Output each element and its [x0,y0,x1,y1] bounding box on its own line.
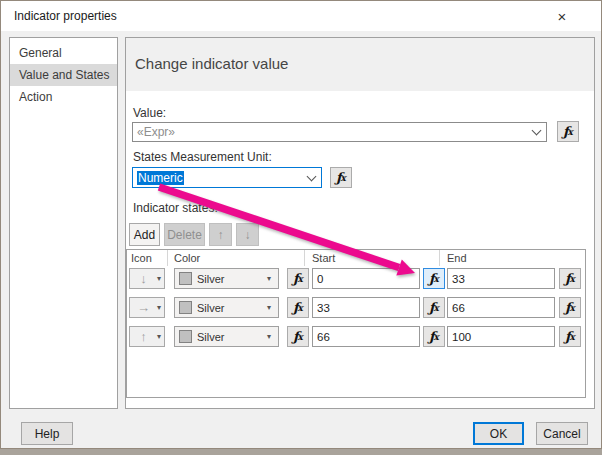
color-fx-button[interactable]: ƒx [287,297,309,318]
down-arrow-icon: ↓ [130,269,157,288]
icon-dropdown[interactable]: ↓ ▾ [129,268,165,289]
fx-icon-sub: x [570,303,575,313]
chevron-down-icon [307,171,317,181]
cancel-button[interactable]: Cancel [536,422,588,445]
indicator-state-row: ↓ ▾ Silver ▾ ƒx ƒx ƒx [127,268,585,289]
fx-icon-sub: x [570,274,575,284]
color-fx-button[interactable]: ƒx [287,268,309,289]
panel-header: Change indicator value [126,38,594,91]
header-separator [167,250,168,266]
start-value-input[interactable] [312,297,420,318]
value-fx-button[interactable]: ƒx [557,121,579,142]
fx-icon-sub: x [434,274,439,284]
end-value-input[interactable] [447,268,555,289]
end-fx-button[interactable]: ƒx [559,326,581,347]
chevron-down-icon: ▾ [267,274,271,283]
end-fx-button[interactable]: ƒx [559,297,581,318]
close-button[interactable]: × [547,3,577,29]
fx-icon-sub: x [341,173,346,183]
start-value-input[interactable] [312,326,420,347]
sidebar-item-action[interactable]: Action [10,86,117,108]
color-name: Silver [197,302,267,314]
color-swatch [179,301,192,314]
value-combobox[interactable]: «Expr» [132,122,547,142]
navigation-list: General Value and States Action [9,37,118,409]
unit-selected-text: Numeric [137,171,184,185]
color-swatch [179,330,192,343]
column-header-icon: Icon [131,252,152,264]
move-up-button[interactable]: ↑ [209,223,232,246]
unit-fx-button[interactable]: ƒx [330,167,352,188]
add-button[interactable]: Add [129,223,160,246]
ok-button[interactable]: OK [473,422,524,445]
fx-icon-sub: x [298,274,303,284]
down-arrow-icon: ↓ [245,228,251,242]
indicator-state-row: → ▾ Silver ▾ ƒx ƒx ƒx [127,297,585,318]
title-bar[interactable]: Indicator properties × [1,1,601,31]
column-header-end: End [447,252,467,264]
start-fx-button[interactable]: ƒx [423,268,445,289]
column-header-color: Color [174,252,200,264]
fx-icon-sub: x [434,332,439,342]
unit-label: States Measurement Unit: [133,150,272,164]
fx-icon-sub: x [298,332,303,342]
indicator-properties-dialog: Indicator properties × General Value and… [0,0,602,449]
chevron-down-icon: ▾ [267,332,271,341]
end-value-input[interactable] [447,297,555,318]
fx-icon-sub: x [434,303,439,313]
fx-icon-sub: x [570,332,575,342]
value-expression-text: «Expr» [137,125,533,139]
chevron-down-icon [532,126,542,136]
column-header-start: Start [312,252,335,264]
sidebar-item-general[interactable]: General [10,42,117,64]
indicator-states-table: Icon Color Start End ↓ ▾ Silver ▾ ƒx [126,249,586,398]
header-separator [304,250,305,266]
fx-icon-sub: x [568,127,573,137]
color-name: Silver [197,273,267,285]
help-button[interactable]: Help [21,422,73,445]
color-dropdown[interactable]: Silver ▾ [174,268,279,289]
header-separator [439,250,440,266]
unit-combobox[interactable]: Numeric [132,167,322,188]
color-dropdown[interactable]: Silver ▾ [174,326,279,347]
value-label: Value: [133,106,166,120]
end-fx-button[interactable]: ƒx [559,268,581,289]
indicator-state-row: ↑ ▾ Silver ▾ ƒx ƒx ƒx [127,326,585,347]
start-value-input[interactable] [312,268,420,289]
color-swatch [179,272,192,285]
start-fx-button[interactable]: ƒx [423,297,445,318]
color-fx-button[interactable]: ƒx [287,326,309,347]
screenshot-stage: Indicator properties × General Value and… [0,0,602,455]
chevron-down-icon: ▾ [267,303,271,312]
page-title: Change indicator value [135,55,288,72]
chevron-down-icon: ▾ [157,274,161,283]
background-strip [0,449,602,455]
up-arrow-icon: ↑ [218,228,224,242]
move-down-button[interactable]: ↓ [236,223,259,246]
delete-button[interactable]: Delete [164,223,205,246]
color-name: Silver [197,331,267,343]
close-icon: × [558,8,567,25]
icon-dropdown[interactable]: ↑ ▾ [129,326,165,347]
chevron-down-icon: ▾ [157,332,161,341]
start-fx-button[interactable]: ƒx [423,326,445,347]
chevron-down-icon: ▾ [157,303,161,312]
color-dropdown[interactable]: Silver ▾ [174,297,279,318]
right-arrow-icon: → [130,298,157,317]
fx-icon-sub: x [298,303,303,313]
up-arrow-icon: ↑ [130,327,157,346]
indicator-states-label: Indicator states: [133,201,218,215]
icon-dropdown[interactable]: → ▾ [129,297,165,318]
dialog-title: Indicator properties [14,9,117,23]
sidebar-item-value-and-states[interactable]: Value and States [10,64,117,86]
end-value-input[interactable] [447,326,555,347]
